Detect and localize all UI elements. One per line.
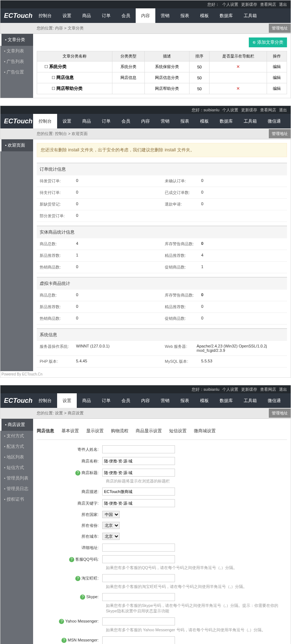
- input-f2[interactable]: [102, 457, 175, 465]
- nav-goods[interactable]: 商品: [77, 114, 96, 128]
- nav-content[interactable]: 内容: [136, 8, 155, 23]
- sidebar-item[interactable]: • 配送方式: [0, 441, 33, 452]
- input-f9[interactable]: [102, 544, 175, 552]
- sidebar-item[interactable]: • 授权证书: [0, 494, 33, 505]
- input-f3[interactable]: [102, 469, 175, 477]
- nav-templates[interactable]: 模板: [195, 114, 214, 128]
- form-row: 所在省份:北京: [37, 522, 287, 529]
- link-cache[interactable]: 更新缓存: [241, 2, 257, 7]
- sidebar-item[interactable]: • 地区列表: [0, 452, 33, 462]
- nav-reports[interactable]: 报表: [175, 8, 195, 23]
- nav-marketing[interactable]: 营销: [155, 393, 175, 408]
- table-row[interactable]: ☐ 系统分类系统分类系统保留分类 50✕编辑: [37, 61, 287, 72]
- nav-database[interactable]: 数据库: [214, 8, 238, 23]
- nav-marketing[interactable]: 营销: [155, 114, 175, 128]
- link-profile[interactable]: 个人设置: [222, 387, 238, 392]
- nav-members[interactable]: 会员: [116, 114, 136, 128]
- nav-console[interactable]: 控制台: [33, 114, 57, 128]
- input-f12[interactable]: [102, 593, 175, 601]
- link-logout[interactable]: 退出: [279, 2, 287, 7]
- link-cache[interactable]: 更新缓存: [241, 387, 257, 392]
- nav-marketing[interactable]: 营销: [155, 8, 175, 23]
- screenshot-settings: 您好：suibianlu 个人设置 更新缓存 查看网店 退出 ECTouch 控…: [0, 385, 291, 644]
- sidebar-item-articles[interactable]: • 文章列表: [0, 46, 33, 56]
- sidebar-item[interactable]: • 支付方式: [0, 431, 33, 441]
- tab-goods-display[interactable]: 商品显示设置: [136, 426, 162, 436]
- link-profile[interactable]: 个人设置: [222, 2, 238, 7]
- tab-shopping[interactable]: 购物流程: [111, 426, 128, 436]
- nav-wechat[interactable]: 微信通: [262, 114, 286, 128]
- help-icon[interactable]: ?: [69, 557, 74, 562]
- nav-templates[interactable]: 模板: [195, 8, 214, 23]
- sidebar-item[interactable]: • 管理员日志: [0, 484, 33, 494]
- sidebar-item-ads[interactable]: • 广告列表: [0, 56, 33, 67]
- nav-settings[interactable]: 设置: [57, 393, 77, 408]
- form-row: ?MSN Messenger:: [37, 636, 287, 644]
- topbar: 您好： 个人设置 更新缓存 查看网店 退出: [0, 0, 291, 8]
- help-icon[interactable]: ?: [59, 619, 64, 624]
- input-f11[interactable]: [102, 574, 175, 582]
- admin-button[interactable]: 管理地址: [269, 129, 291, 138]
- nav-database[interactable]: 数据库: [214, 393, 238, 408]
- help-icon[interactable]: ?: [75, 470, 80, 476]
- nav-reports[interactable]: 报表: [175, 393, 195, 408]
- input-f1[interactable]: [102, 445, 175, 453]
- link-shop[interactable]: 查看网店: [260, 107, 276, 113]
- nav-goods[interactable]: 商品: [77, 8, 96, 23]
- nav-console[interactable]: 控制台: [33, 393, 57, 408]
- add-category-button[interactable]: ⊕ 添加文章分类: [249, 37, 287, 47]
- admin-button[interactable]: 管理地址: [269, 24, 291, 33]
- nav-content[interactable]: 内容: [136, 393, 155, 408]
- nav-members[interactable]: 会员: [116, 393, 136, 408]
- nav-wechat[interactable]: 微信通: [262, 393, 286, 408]
- tab-weshop[interactable]: 微商城设置: [194, 426, 216, 436]
- sidebar: • 欢迎页面: [0, 139, 33, 371]
- tab-sms[interactable]: 短信设置: [169, 426, 187, 436]
- link-logout[interactable]: 退出: [279, 107, 287, 113]
- sidebar-item-adpos[interactable]: • 广告位置: [0, 67, 33, 77]
- nav-orders[interactable]: 订单: [96, 8, 116, 23]
- nav-orders[interactable]: 订单: [96, 393, 116, 408]
- nav-settings[interactable]: 设置: [57, 114, 77, 128]
- link-shop[interactable]: 查看网店: [260, 387, 276, 392]
- input-f4[interactable]: [102, 488, 175, 496]
- link-logout[interactable]: 退出: [279, 387, 287, 392]
- nav-members[interactable]: 会员: [116, 8, 136, 23]
- select-f7[interactable]: 北京: [102, 522, 120, 529]
- input-f13[interactable]: [102, 617, 175, 625]
- nav-console[interactable]: 控制台: [33, 8, 57, 23]
- table-row[interactable]: ☐ 网店帮助分类网店帮助分类 50✕编辑: [37, 83, 287, 94]
- tab-shopinfo[interactable]: 网店信息: [37, 426, 54, 436]
- select-f6[interactable]: 中国: [102, 511, 120, 518]
- nav-content[interactable]: 内容: [136, 114, 155, 128]
- nav-reports[interactable]: 报表: [175, 114, 195, 128]
- sidebar-item[interactable]: • 管理员列表: [0, 473, 33, 484]
- nav-orders[interactable]: 订单: [96, 114, 116, 128]
- nav-tools[interactable]: 工具箱: [238, 393, 262, 408]
- link-cache[interactable]: 更新缓存: [241, 107, 257, 113]
- admin-button[interactable]: 管理地址: [269, 409, 291, 418]
- nav-goods[interactable]: 商品: [77, 393, 96, 408]
- nav-tools[interactable]: 工具箱: [238, 114, 262, 128]
- tab-basic[interactable]: 基本设置: [61, 426, 79, 436]
- help-icon[interactable]: ?: [75, 576, 80, 581]
- nav-database[interactable]: 数据库: [214, 114, 238, 128]
- nav-templates[interactable]: 模板: [195, 393, 214, 408]
- info-row: 部分发货订单:0: [37, 210, 287, 222]
- nav-tools[interactable]: 工具箱: [238, 8, 262, 23]
- tab-display[interactable]: 显示设置: [86, 426, 104, 436]
- link-shop[interactable]: 查看网店: [260, 2, 276, 7]
- screenshot-content: 您好： 个人设置 更新缓存 查看网店 退出 ECTouch 控制台 设置 商品 …: [0, 0, 291, 98]
- help-icon[interactable]: ?: [80, 595, 85, 600]
- sidebar-item[interactable]: • 短信方式: [0, 462, 33, 473]
- info-row: 商品总数:0库存警告商品数:0: [37, 290, 287, 301]
- form-row: ?淘宝旺旺:: [37, 574, 287, 582]
- nav-settings[interactable]: 设置: [57, 8, 77, 23]
- input-f14[interactable]: [102, 636, 175, 644]
- help-icon[interactable]: ?: [61, 638, 67, 643]
- select-f8[interactable]: 北京: [102, 533, 120, 540]
- input-f5[interactable]: [102, 499, 175, 507]
- link-profile[interactable]: 个人设置: [222, 107, 238, 113]
- table-row[interactable]: ☐ 网店信息网店信息网店信息分类 50编辑: [37, 72, 287, 83]
- input-f10[interactable]: [102, 555, 175, 563]
